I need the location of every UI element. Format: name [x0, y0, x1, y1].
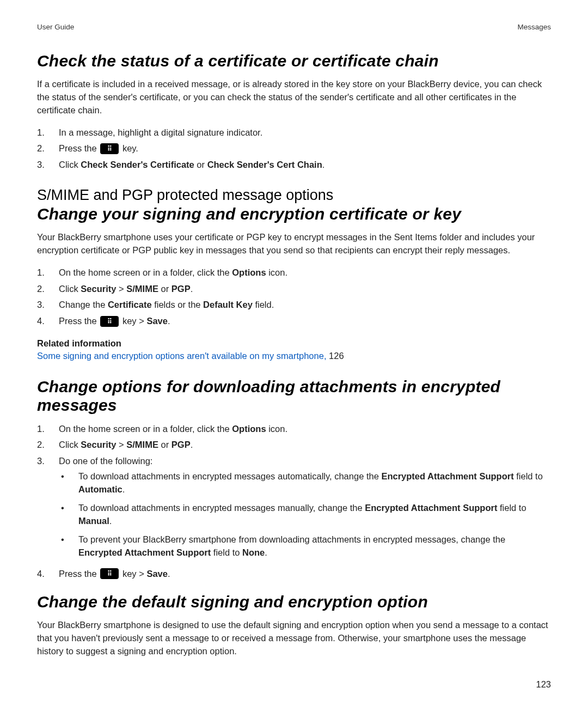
- bold-term: Default Key: [203, 300, 253, 309]
- text-fragment: On the home screen or in a folder, click…: [59, 424, 232, 434]
- text-fragment: icon.: [266, 267, 287, 277]
- text-fragment: key >: [120, 569, 146, 579]
- text-fragment: On the home screen or in a folder, click…: [59, 267, 232, 277]
- text-fragment: To download attachments in encrypted mes…: [78, 503, 365, 513]
- bold-term: Check Sender's Certificate: [81, 160, 194, 169]
- bold-term: Security: [81, 284, 116, 294]
- bullet-text: To download attachments in encrypted mes…: [78, 502, 551, 528]
- step-number: 1.: [37, 422, 59, 436]
- heading-change-cert-key: Change your signing and encryption certi…: [37, 205, 551, 223]
- text-fragment: .: [109, 516, 112, 526]
- text-fragment: >: [116, 284, 126, 294]
- text-fragment: >: [116, 440, 126, 449]
- step-text: Do one of the following: • To download a…: [59, 454, 551, 565]
- text-fragment: Press the: [59, 569, 99, 579]
- bold-term: Options: [232, 267, 266, 277]
- text-fragment: key >: [120, 316, 146, 326]
- text-fragment: Do one of the following:: [59, 456, 152, 466]
- step-number: 1.: [37, 126, 59, 140]
- bullet-text: To download attachments in encrypted mes…: [78, 470, 551, 496]
- bold-term: None: [242, 547, 265, 557]
- step-number: 1.: [37, 266, 59, 280]
- bold-term: Check Sender's Cert Chain: [207, 160, 322, 169]
- step-2: 2. Press the ⠿ key.: [37, 142, 551, 156]
- text-fragment: To download attachments in encrypted mes…: [78, 471, 381, 481]
- text-fragment: .: [168, 569, 170, 579]
- step-text: Click Check Sender's Certificate or Chec…: [59, 158, 551, 172]
- step-text: On the home screen or in a folder, click…: [59, 266, 551, 280]
- step-number: 3.: [37, 298, 59, 312]
- text-fragment: Press the: [59, 316, 99, 326]
- step-text: Click Security > S/MIME or PGP.: [59, 282, 551, 296]
- text-fragment: .: [191, 284, 193, 294]
- bold-term: S/MIME: [126, 440, 158, 449]
- step-text: Click Security > S/MIME or PGP.: [59, 438, 551, 452]
- bullet-icon: •: [59, 502, 78, 528]
- bold-term: Security: [81, 440, 116, 449]
- heading-smime-pgp-options: S/MIME and PGP protected message options: [37, 187, 551, 204]
- step-3: 3. Do one of the following: • To downloa…: [37, 454, 551, 565]
- step-2: 2. Click Security > S/MIME or PGP.: [37, 282, 551, 296]
- step-text: Press the ⠿ key.: [59, 142, 551, 156]
- text-fragment: Click: [59, 284, 81, 294]
- heading-download-attachments: Change options for downloading attachmen…: [37, 378, 551, 415]
- blackberry-key-icon: ⠿: [100, 568, 119, 579]
- step-text: In a message, highlight a digital signat…: [59, 126, 551, 140]
- step-number: 4.: [37, 567, 59, 581]
- bold-term: PGP: [171, 440, 191, 449]
- bold-term: Encrypted Attachment Support: [365, 503, 497, 513]
- text-fragment: Click: [59, 160, 81, 169]
- header-left: User Guide: [37, 23, 74, 31]
- step-text: Press the ⠿ key > Save.: [59, 567, 551, 581]
- header-right: Messages: [517, 23, 551, 31]
- step-text: Press the ⠿ key > Save.: [59, 314, 551, 328]
- text-fragment: field to: [211, 547, 242, 557]
- step-number: 2.: [37, 438, 59, 452]
- bold-term: Encrypted Attachment Support: [381, 471, 513, 481]
- steps-change-cert: 1. On the home screen or in a folder, cl…: [37, 266, 551, 328]
- blackberry-key-icon: ⠿: [100, 143, 119, 154]
- bullet-text: To prevent your BlackBerry smartphone fr…: [78, 533, 551, 559]
- bold-term: Manual: [78, 516, 109, 526]
- step-1: 1. On the home screen or in a folder, cl…: [37, 422, 551, 436]
- text-fragment: .: [265, 547, 267, 557]
- bold-term: Save: [146, 569, 168, 579]
- text-fragment: field to: [497, 503, 526, 513]
- related-info-heading: Related information: [37, 338, 551, 349]
- heading-default-signing: Change the default signing and encryptio…: [37, 593, 551, 611]
- related-link[interactable]: Some signing and encryption options aren…: [37, 351, 326, 361]
- steps-download-attachments: 1. On the home screen or in a folder, cl…: [37, 422, 551, 581]
- intro-check-cert: If a certificate is included in a receiv…: [37, 78, 551, 117]
- step-1: 1. In a message, highlight a digital sig…: [37, 126, 551, 140]
- text-fragment: icon.: [266, 424, 287, 434]
- sub-bullets: • To download attachments in encrypted m…: [59, 470, 551, 559]
- step-number: 4.: [37, 314, 59, 328]
- document-page: User Guide Messages Check the status of …: [0, 0, 588, 706]
- bold-term: PGP: [171, 284, 191, 294]
- text-fragment: field to: [514, 471, 543, 481]
- bullet-automatic: • To download attachments in encrypted m…: [59, 470, 551, 496]
- step-4: 4. Press the ⠿ key > Save.: [37, 314, 551, 328]
- intro-default-signing: Your BlackBerry smartphone is designed t…: [37, 619, 551, 658]
- text-fragment: To prevent your BlackBerry smartphone fr…: [78, 534, 505, 544]
- text-fragment: or: [158, 284, 171, 294]
- text-fragment: or: [194, 160, 207, 169]
- bold-term: S/MIME: [126, 284, 158, 294]
- related-info-row: Some signing and encryption options aren…: [37, 351, 551, 361]
- text-fragment: field.: [253, 300, 274, 309]
- step-1: 1. On the home screen or in a folder, cl…: [37, 266, 551, 280]
- bold-term: Save: [146, 316, 168, 326]
- step-number: 3.: [37, 158, 59, 172]
- text-fragment: Press the: [59, 143, 99, 153]
- bold-term: Options: [232, 424, 266, 434]
- text-fragment: fields or the: [152, 300, 203, 309]
- step-text: On the home screen or in a folder, click…: [59, 422, 551, 436]
- step-3: 3. Click Check Sender's Certificate or C…: [37, 158, 551, 172]
- step-number: 2.: [37, 282, 59, 296]
- page-header: User Guide Messages: [37, 23, 551, 31]
- heading-check-cert-status: Check the status of a certificate or cer…: [37, 52, 551, 70]
- bullet-icon: •: [59, 533, 78, 559]
- step-2: 2. Click Security > S/MIME or PGP.: [37, 438, 551, 452]
- step-text: Change the Certificate fields or the Def…: [59, 298, 551, 312]
- text-fragment: Change the: [59, 300, 108, 309]
